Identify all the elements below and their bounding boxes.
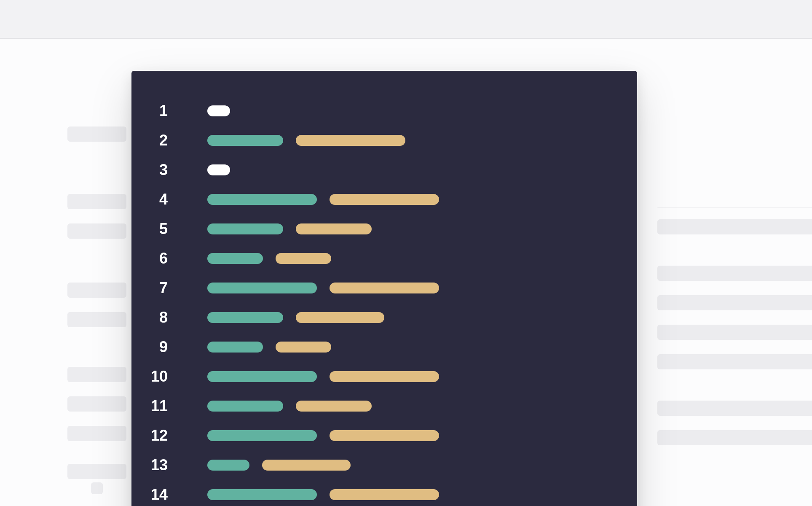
code-token bbox=[207, 312, 283, 323]
skeleton-block bbox=[657, 401, 812, 416]
skeleton-block bbox=[657, 325, 812, 340]
code-token bbox=[330, 283, 439, 293]
line-number: 2 bbox=[131, 126, 190, 155]
line-number: 14 bbox=[131, 480, 190, 506]
skeleton-block bbox=[657, 266, 812, 281]
code-token bbox=[207, 460, 249, 471]
line-number: 3 bbox=[131, 155, 190, 185]
line-number: 9 bbox=[131, 332, 190, 362]
line-number: 10 bbox=[131, 362, 190, 391]
code-line bbox=[207, 244, 620, 273]
code-line bbox=[207, 155, 620, 185]
code-line bbox=[207, 480, 620, 506]
code-token bbox=[330, 371, 439, 382]
code-token bbox=[330, 430, 439, 441]
code-token bbox=[296, 223, 372, 234]
code-token bbox=[207, 401, 283, 412]
code-token bbox=[207, 194, 317, 205]
skeleton-block bbox=[67, 464, 126, 479]
code-area bbox=[207, 96, 620, 506]
code-token bbox=[207, 489, 317, 500]
skeleton-block bbox=[67, 223, 126, 239]
skeleton-block bbox=[657, 430, 812, 445]
code-token bbox=[330, 194, 439, 205]
line-number-gutter: 1234567891011121314 bbox=[131, 96, 190, 506]
code-token bbox=[207, 283, 317, 293]
skeleton-block bbox=[91, 482, 103, 494]
code-token bbox=[296, 312, 384, 323]
code-token bbox=[296, 401, 372, 412]
code-token bbox=[207, 430, 317, 441]
code-token bbox=[207, 223, 283, 234]
code-line bbox=[207, 185, 620, 214]
skeleton-block bbox=[67, 126, 126, 142]
code-editor-card: 1234567891011121314 bbox=[131, 71, 637, 506]
code-token bbox=[207, 371, 317, 382]
line-number: 8 bbox=[131, 303, 190, 332]
skeleton-block bbox=[67, 283, 126, 298]
code-line bbox=[207, 126, 620, 155]
line-number: 1 bbox=[131, 96, 190, 126]
skeleton-block bbox=[67, 194, 126, 209]
skeleton-block bbox=[657, 219, 812, 234]
line-number: 5 bbox=[131, 214, 190, 244]
skeleton-block bbox=[67, 426, 126, 441]
code-line bbox=[207, 450, 620, 480]
code-token bbox=[207, 253, 263, 264]
code-line bbox=[207, 214, 620, 244]
code-token bbox=[276, 253, 331, 264]
line-number: 13 bbox=[131, 450, 190, 480]
skeleton-block bbox=[67, 396, 126, 412]
code-line bbox=[207, 332, 620, 362]
code-line bbox=[207, 421, 620, 450]
code-token bbox=[207, 105, 230, 116]
skeleton-block bbox=[657, 295, 812, 310]
code-token bbox=[296, 135, 405, 146]
code-line bbox=[207, 362, 620, 391]
code-token bbox=[207, 342, 263, 353]
code-token bbox=[207, 135, 283, 146]
line-number: 4 bbox=[131, 185, 190, 214]
line-number: 7 bbox=[131, 273, 190, 303]
code-line bbox=[207, 303, 620, 332]
code-token bbox=[330, 489, 439, 500]
line-number: 6 bbox=[131, 244, 190, 273]
skeleton-block bbox=[657, 354, 812, 369]
code-line bbox=[207, 273, 620, 303]
code-line bbox=[207, 96, 620, 126]
skeleton-block bbox=[657, 207, 812, 208]
code-token bbox=[262, 460, 351, 471]
code-line bbox=[207, 391, 620, 421]
page-header-skeleton bbox=[0, 0, 812, 39]
line-number: 12 bbox=[131, 421, 190, 450]
code-token bbox=[276, 342, 331, 353]
skeleton-block bbox=[67, 367, 126, 382]
skeleton-block bbox=[67, 312, 126, 327]
code-token bbox=[207, 164, 230, 175]
line-number: 11 bbox=[131, 391, 190, 421]
